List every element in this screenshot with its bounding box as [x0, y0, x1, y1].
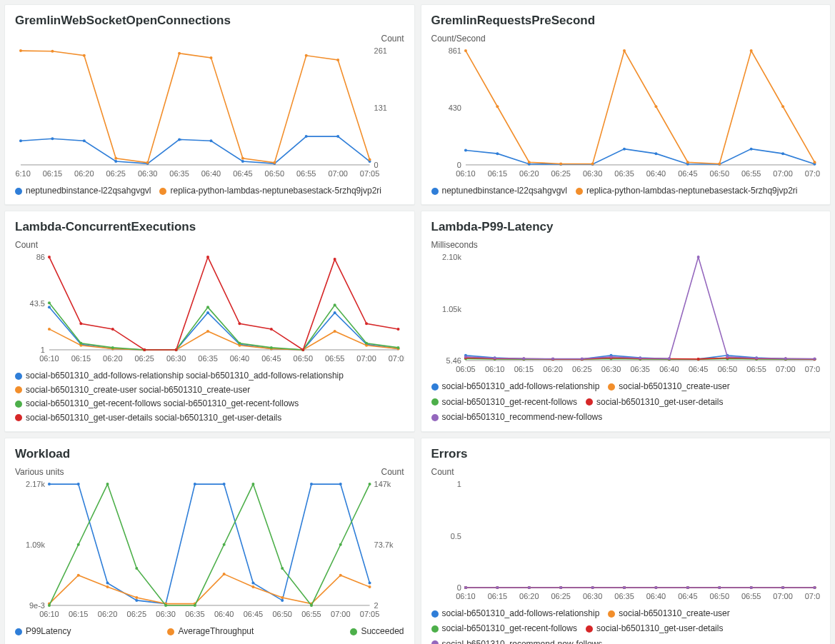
- svg-point-271: [106, 483, 109, 485]
- svg-point-61: [623, 148, 626, 151]
- svg-point-272: [135, 567, 138, 570]
- chart-gremlin-connections[interactable]: 06:1006:1506:2006:2506:3006:3506:4006:45…: [15, 45, 404, 181]
- svg-text:9e-3: 9e-3: [29, 601, 45, 610]
- svg-text:06:10: 06:10: [39, 354, 59, 363]
- legend-item[interactable]: neptunedbinstance-l22qsahgvgvl: [431, 185, 567, 197]
- legend-item[interactable]: Succeeded: [350, 625, 404, 638]
- svg-point-37: [305, 54, 308, 57]
- svg-text:06:45: 06:45: [678, 592, 697, 600]
- svg-point-120: [48, 302, 51, 305]
- svg-point-36: [273, 161, 276, 164]
- legend-item[interactable]: social-b6501310_get-recent-follows: [431, 396, 577, 408]
- chart-workload[interactable]: 06:1006:1506:2006:2506:3006:3506:4006:45…: [15, 478, 404, 621]
- svg-point-31: [114, 157, 117, 160]
- svg-point-268: [369, 585, 371, 588]
- legend-item[interactable]: neptunedbinstance-l22qsahgvgvl: [15, 185, 151, 197]
- legend-swatch-icon: [159, 188, 166, 195]
- legend-swatch-icon: [15, 414, 22, 421]
- svg-point-276: [251, 483, 254, 485]
- legend-item[interactable]: social-b6501310_get-user-details: [586, 396, 723, 408]
- legend-item[interactable]: social-b6501310_add-follows-relationship: [431, 608, 600, 620]
- svg-point-96: [48, 306, 51, 309]
- legend-item[interactable]: social-b6501310_get-user-details social-…: [15, 412, 404, 424]
- svg-point-18: [83, 139, 86, 142]
- svg-text:0: 0: [456, 583, 461, 592]
- svg-point-349: [591, 586, 594, 589]
- legend-label: replica-python-lambdas-neptunebasestack-…: [170, 185, 381, 197]
- svg-text:06:15: 06:15: [69, 610, 88, 618]
- legend-item[interactable]: social-b6501310_create-user social-b6501…: [15, 384, 404, 396]
- svg-text:06:25: 06:25: [551, 592, 570, 600]
- svg-text:06:35: 06:35: [614, 592, 634, 600]
- panel-workload: Workload Various units Count 06:1006:150…: [4, 438, 415, 644]
- legend-item[interactable]: replica-python-lambdas-neptunebasestack-…: [576, 185, 798, 197]
- svg-point-278: [310, 604, 313, 607]
- svg-text:06:35: 06:35: [614, 169, 634, 178]
- svg-text:06:30: 06:30: [582, 592, 601, 600]
- svg-text:06:45: 06:45: [244, 610, 263, 618]
- svg-point-143: [397, 328, 400, 331]
- legend-swatch-icon: [431, 640, 439, 644]
- svg-text:06:55: 06:55: [741, 169, 760, 178]
- svg-point-270: [77, 543, 80, 546]
- legend-item[interactable]: social-b6501310_recommend-new-follows: [431, 638, 603, 644]
- svg-point-354: [749, 586, 752, 589]
- svg-point-35: [241, 157, 244, 160]
- legend-item[interactable]: social-b6501310_get-recent-follows socia…: [15, 398, 404, 410]
- svg-point-213: [464, 356, 466, 358]
- svg-point-74: [654, 105, 657, 108]
- svg-point-105: [334, 311, 336, 314]
- chart-lambda-latency[interactable]: 06:0506:1006:1506:2006:2506:3006:3506:40…: [431, 251, 821, 376]
- svg-point-256: [369, 582, 371, 585]
- legend-label: social-b6501310_get-user-details: [596, 396, 723, 408]
- legend-item[interactable]: AverageThroughput: [167, 625, 254, 638]
- legend-item[interactable]: social-b6501310_get-recent-follows: [431, 623, 577, 635]
- svg-point-275: [223, 543, 226, 546]
- svg-point-68: [464, 49, 466, 52]
- svg-text:06:55: 06:55: [741, 592, 760, 600]
- legend-item[interactable]: replica-python-lambdas-neptunebasestack-…: [159, 185, 381, 197]
- svg-text:07:00: 07:00: [776, 365, 795, 373]
- svg-text:430: 430: [448, 104, 461, 112]
- legend-item[interactable]: social-b6501310_create-user: [608, 381, 729, 393]
- panel-title: GremlinRequestsPreSecond: [431, 14, 821, 28]
- svg-point-273: [164, 604, 167, 607]
- svg-text:06:30: 06:30: [582, 169, 601, 178]
- chart-errors[interactable]: 06:1006:1506:2006:2506:3006:3506:4006:45…: [431, 478, 821, 603]
- svg-text:06:40: 06:40: [201, 169, 221, 178]
- legend-label: P99Latency: [26, 625, 71, 638]
- svg-point-26: [336, 135, 339, 138]
- chart-lambda-concurrent[interactable]: 06:1006:1506:2006:2506:3006:3506:4006:45…: [15, 251, 404, 366]
- legend-swatch-icon: [167, 628, 174, 635]
- svg-text:06:45: 06:45: [678, 169, 697, 178]
- svg-point-269: [48, 604, 51, 607]
- legend-item[interactable]: P99Latency: [15, 625, 71, 638]
- legend-item[interactable]: social-b6501310_add-follows-relationship…: [15, 370, 404, 382]
- svg-text:07:00: 07:00: [356, 354, 376, 363]
- svg-point-21: [178, 138, 181, 141]
- svg-point-16: [19, 139, 22, 142]
- svg-text:2.10k: 2.10k: [442, 253, 461, 261]
- svg-text:1.05k: 1.05k: [442, 305, 461, 313]
- legend-item[interactable]: social-b6501310_add-follows-relationship: [431, 381, 600, 393]
- svg-text:131: 131: [374, 104, 387, 112]
- svg-text:06:55: 06:55: [296, 169, 316, 178]
- svg-point-265: [281, 596, 284, 599]
- svg-point-17: [51, 137, 54, 140]
- legend-item[interactable]: social-b6501310_get-user-details: [586, 623, 723, 635]
- svg-point-216: [551, 358, 554, 361]
- svg-point-255: [339, 483, 342, 485]
- legend-swatch-icon: [431, 398, 439, 406]
- legend-label: social-b6501310_get-recent-follows: [442, 396, 577, 408]
- legend-item[interactable]: social-b6501310_create-user: [608, 608, 729, 620]
- panel-lambda-latency: Lambda-P99-Latency Milliseconds 06:0506:…: [421, 211, 831, 432]
- legend-item[interactable]: social-b6501310_recommend-new-follows: [431, 411, 603, 423]
- chart-gremlin-requests[interactable]: 06:1006:1506:2006:2506:3006:3506:4006:45…: [431, 45, 821, 181]
- svg-point-280: [369, 483, 371, 485]
- legend-label: social-b6501310_add-follows-relationship…: [26, 370, 344, 382]
- panel-title: GremlinWebSocketOpenConnections: [15, 14, 404, 28]
- svg-text:2: 2: [374, 601, 379, 610]
- svg-text:06:15: 06:15: [487, 592, 506, 600]
- svg-point-70: [527, 161, 530, 163]
- svg-text:06:40: 06:40: [659, 365, 679, 373]
